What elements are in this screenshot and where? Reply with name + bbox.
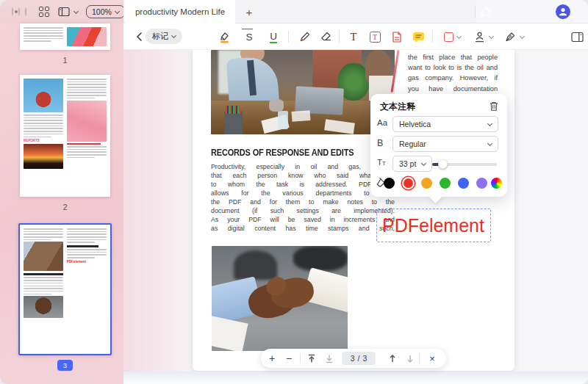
- signature-pen-dropdown[interactable]: [502, 23, 526, 50]
- thumb2-right-column: [67, 79, 107, 169]
- page-number-label-1: 1: [20, 56, 110, 65]
- next-page-button[interactable]: [405, 349, 415, 368]
- title-bar: 100% productivity Modern Life +: [0, 0, 588, 23]
- font-size-value: 33 pt: [399, 159, 416, 168]
- divider: [300, 353, 301, 363]
- color-swatch-blue[interactable]: [458, 178, 469, 189]
- font-family-select[interactable]: Helvetica: [392, 116, 498, 132]
- page-separator: /: [358, 354, 360, 363]
- thumbs-up-icon[interactable]: [479, 6, 492, 18]
- close-pager-button[interactable]: ×: [427, 349, 437, 368]
- rectangle-shape-icon: [444, 32, 453, 42]
- tab-productivity-modern-life[interactable]: productivity Modern Life: [125, 0, 235, 23]
- page-indicator[interactable]: 3 / 3: [342, 352, 376, 365]
- window-bottom-edge: [123, 372, 588, 384]
- right-column-paragraph: the first place that people want to look…: [408, 52, 498, 94]
- annotation-toolbar: 标记 S U T T: [123, 23, 588, 50]
- add-text-icon[interactable]: T: [348, 23, 359, 50]
- pencil-icon[interactable]: [298, 23, 312, 50]
- slider-knob[interactable]: [438, 159, 448, 169]
- text-annotation-panel: 文本注释 Aa Helvetica B Regular TT 33 pt: [370, 94, 507, 197]
- left-column-paragraph: Productivity, especially in oil and gas,…: [211, 162, 395, 233]
- divider: [288, 31, 289, 43]
- underline-icon[interactable]: U: [268, 23, 279, 50]
- thumb2-left-column: REPORTS: [24, 79, 63, 169]
- tab-bar-right-zone: [476, 0, 588, 23]
- strikethrough-icon[interactable]: S: [243, 23, 255, 50]
- page-navigation-bar: + − 3 / 3 ×: [261, 349, 446, 368]
- color-swatch-orange[interactable]: [421, 178, 432, 189]
- current-page: 3: [351, 354, 355, 363]
- thumb2-reports-heading: REPORTS: [24, 139, 63, 142]
- note-icon[interactable]: [390, 23, 404, 50]
- thumb3-left-column: [24, 228, 63, 318]
- previous-page-button[interactable]: [387, 349, 398, 368]
- thumbnail-page-3-selected[interactable]: PDFelement: [18, 223, 112, 355]
- divider: [419, 353, 420, 363]
- thumbnail-sidebar: 1 REPORTS 2: [0, 23, 123, 384]
- text-box-icon[interactable]: T: [368, 23, 381, 50]
- app-window: 100% productivity Modern Life + 标记: [0, 0, 588, 384]
- thumb3-right-column: PDFelement: [67, 228, 107, 318]
- sidebar-toggle-icon[interactable]: [58, 7, 78, 17]
- title-bar-left: 100%: [0, 0, 123, 23]
- page-number-badge-3: 3: [57, 360, 73, 371]
- color-swatch-purple[interactable]: [476, 178, 487, 189]
- font-family-value: Helvetica: [399, 120, 431, 128]
- inserted-text-box[interactable]: PDFelement: [376, 209, 491, 242]
- thumb3-pdfelement-text: PDFelement: [67, 260, 107, 264]
- last-page-button[interactable]: [324, 349, 334, 368]
- markup-mode-label: 标记: [152, 31, 168, 42]
- page-number-label-2: 2: [20, 203, 110, 211]
- handshake-photo: [212, 246, 348, 351]
- color-swatch-custom-rainbow[interactable]: [491, 178, 502, 189]
- thumbnail-page-2[interactable]: REPORTS: [20, 75, 110, 197]
- font-style-value: Regular: [399, 140, 426, 148]
- comment-icon[interactable]: [412, 23, 426, 50]
- zoom-level-dropdown[interactable]: 100%: [86, 5, 125, 18]
- divider: [432, 31, 433, 43]
- new-tab-button[interactable]: +: [240, 0, 259, 23]
- document-viewport[interactable]: RECORDS OF RESPONSE AND EDITS Productivi…: [123, 50, 588, 384]
- panel-title: 文本注释: [380, 101, 415, 113]
- window-zoom-button[interactable]: [25, 7, 26, 16]
- zoom-level-value: 100%: [92, 7, 112, 16]
- total-pages: 3: [362, 354, 367, 363]
- umbrella-photo-placeholder: [67, 27, 107, 46]
- right-panel-toggle-icon[interactable]: [570, 23, 585, 50]
- font-style-select[interactable]: Regular: [392, 136, 498, 152]
- office-meeting-photo: [211, 50, 395, 134]
- account-avatar[interactable]: [556, 4, 570, 19]
- window-minimize-button[interactable]: [18, 7, 20, 16]
- color-swatch-green[interactable]: [440, 178, 451, 189]
- first-page-button[interactable]: [306, 349, 317, 368]
- color-swatch-black[interactable]: [384, 178, 395, 189]
- shape-rectangle-dropdown[interactable]: [442, 23, 462, 50]
- tab-bar: productivity Modern Life +: [123, 0, 588, 23]
- stamp-dropdown[interactable]: [472, 23, 494, 50]
- divider: [339, 31, 340, 43]
- tab-title: productivity Modern Life: [135, 7, 225, 16]
- color-swatch-red-selected[interactable]: [404, 178, 413, 188]
- font-size-label: TT: [377, 158, 392, 167]
- font-size-slider[interactable]: [432, 163, 497, 166]
- text-lines-placeholder: [24, 27, 63, 46]
- font-family-label: Aa: [377, 118, 392, 127]
- font-style-label: B: [377, 138, 392, 148]
- highlight-icon[interactable]: [217, 23, 232, 50]
- markup-mode-dropdown[interactable]: 标记: [146, 29, 182, 44]
- thumbnail-page-1[interactable]: [20, 23, 110, 50]
- window-close-button[interactable]: [12, 7, 13, 16]
- thumbnail-grid-icon[interactable]: [39, 7, 49, 17]
- eraser-icon[interactable]: [319, 23, 334, 50]
- back-icon[interactable]: [132, 23, 146, 50]
- inserted-text: PDFelement: [377, 215, 484, 236]
- trash-icon[interactable]: [489, 101, 499, 112]
- zoom-in-button[interactable]: +: [267, 349, 277, 368]
- zoom-out-button[interactable]: −: [284, 349, 294, 368]
- font-size-select[interactable]: 33 pt: [392, 156, 432, 172]
